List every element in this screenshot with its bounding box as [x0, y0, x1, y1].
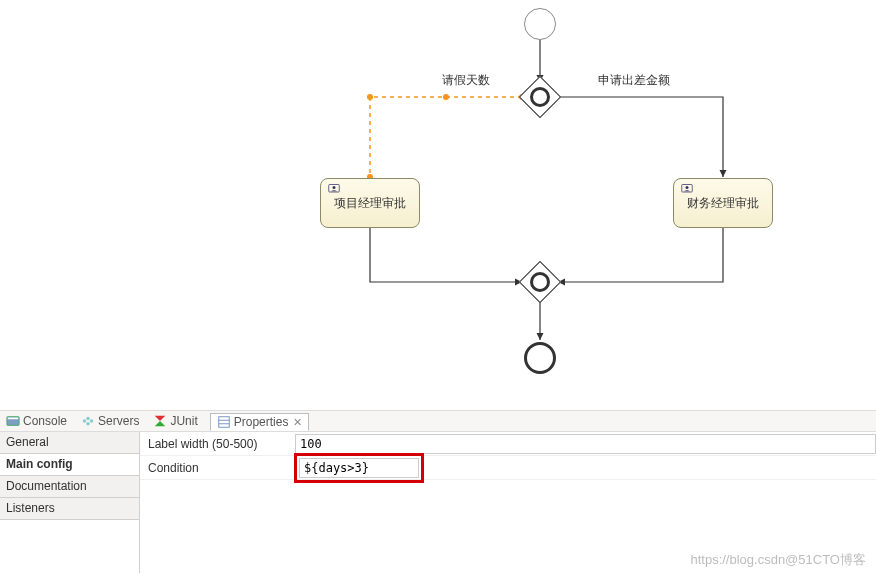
tab-label: Console [23, 414, 67, 428]
console-icon [6, 414, 20, 428]
side-tab-documentation[interactable]: Documentation [0, 476, 139, 498]
task-label: 财务经理审批 [687, 195, 759, 212]
tab-properties[interactable]: Properties ✕ [210, 413, 310, 431]
side-tab-listeners[interactable]: Listeners [0, 498, 139, 520]
condition-highlight [294, 453, 424, 483]
user-icon [327, 183, 341, 195]
svg-point-10 [83, 419, 87, 423]
views-tab-bar: Console Servers JUnit Properties ✕ [0, 410, 876, 432]
tab-junit[interactable]: JUnit [151, 414, 199, 428]
tab-console[interactable]: Console [4, 414, 69, 428]
user-task-finance-manager[interactable]: 财务经理审批 [673, 178, 773, 228]
label-width-input[interactable] [295, 434, 876, 454]
properties-icon [217, 415, 231, 429]
svg-rect-9 [8, 418, 19, 420]
side-tab-main-config[interactable]: Main config [0, 454, 139, 476]
svg-point-7 [686, 186, 689, 189]
properties-panel: General Main config Documentation Listen… [0, 432, 876, 573]
bpmn-canvas[interactable]: 请假天数 申请出差金额 项目经理审批 财务经理审批 [0, 0, 876, 410]
junit-icon [153, 414, 167, 428]
servers-icon [81, 414, 95, 428]
end-event[interactable] [524, 342, 556, 374]
flow-label-left: 请假天数 [442, 72, 490, 89]
svg-point-11 [86, 417, 90, 421]
properties-side-tabs: General Main config Documentation Listen… [0, 432, 140, 573]
condition-input[interactable] [299, 458, 419, 478]
prop-label: Condition [140, 461, 295, 475]
exclusive-gateway-bottom[interactable] [519, 261, 561, 303]
tab-label: Properties [234, 415, 289, 429]
exclusive-gateway-top[interactable] [519, 76, 561, 118]
svg-rect-14 [218, 417, 229, 428]
tab-label: Servers [98, 414, 139, 428]
close-icon[interactable]: ✕ [293, 416, 302, 429]
tab-label: JUnit [170, 414, 197, 428]
start-event[interactable] [524, 8, 556, 40]
svg-point-12 [90, 419, 94, 423]
svg-point-5 [333, 186, 336, 189]
prop-label: Label width (50-500) [140, 437, 295, 451]
svg-point-1 [443, 94, 449, 100]
prop-row-condition: Condition [140, 456, 876, 480]
user-task-project-manager[interactable]: 项目经理审批 [320, 178, 420, 228]
tab-servers[interactable]: Servers [79, 414, 141, 428]
svg-point-13 [86, 422, 90, 426]
flow-label-right: 申请出差金额 [598, 72, 670, 89]
task-label: 项目经理审批 [334, 195, 406, 212]
properties-grid: Label width (50-500) Condition [140, 432, 876, 573]
user-icon [680, 183, 694, 195]
side-tab-general[interactable]: General [0, 432, 139, 454]
svg-point-2 [367, 94, 373, 100]
